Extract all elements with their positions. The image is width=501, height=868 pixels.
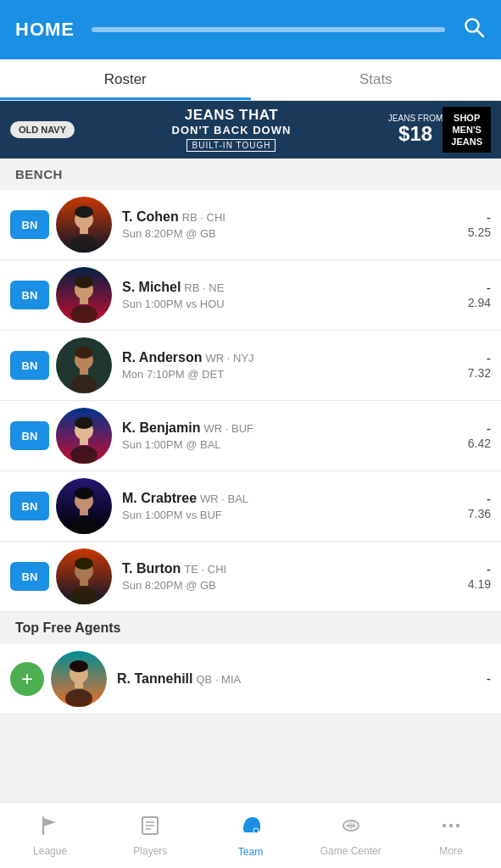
svg-point-13 xyxy=(70,376,97,393)
svg-line-1 xyxy=(477,30,484,36)
svg-rect-24 xyxy=(80,580,88,586)
football-icon xyxy=(340,815,362,842)
free-agents-list: + R. Tannehill QB · MIA - xyxy=(0,644,501,715)
svg-point-15 xyxy=(75,417,93,429)
svg-point-11 xyxy=(75,347,93,359)
free-agent-row[interactable]: + R. Tannehill QB · MIA - xyxy=(0,644,501,715)
nav-more[interactable]: More xyxy=(401,803,501,868)
player-score-dash: - xyxy=(457,210,491,225)
player-game: Sun 8:20PM @ GB xyxy=(122,579,457,592)
bottom-nav: League Players Team xyxy=(0,802,501,868)
bn-badge: BN xyxy=(10,351,49,380)
player-pos-team: QB · MIA xyxy=(196,673,241,686)
player-pos-team: WR · BUF xyxy=(203,422,253,435)
player-game: Sun 1:00PM vs BUF xyxy=(122,509,457,521)
svg-rect-28 xyxy=(75,682,83,688)
ad-price: JEANS FROM $18 xyxy=(388,114,443,145)
player-score-dash: - xyxy=(457,281,491,296)
player-score-dash: - xyxy=(457,671,491,687)
flag-icon xyxy=(39,815,61,842)
player-avatar xyxy=(51,651,107,707)
svg-point-19 xyxy=(75,487,93,499)
player-name: R. Tannehill xyxy=(117,671,192,687)
svg-point-27 xyxy=(70,660,88,672)
nav-game-center[interactable]: Game Center xyxy=(301,803,401,868)
header-bar xyxy=(92,27,445,32)
nav-gamecenter-label: Game Center xyxy=(320,845,381,857)
header-title: HOME xyxy=(15,19,75,41)
bn-badge: BN xyxy=(10,421,49,450)
search-icon[interactable] xyxy=(462,15,486,45)
player-score-pts: 4.19 xyxy=(457,577,491,591)
bn-badge: BN xyxy=(10,492,49,520)
bench-player-row[interactable]: BN K. Benjamin WR · BUF Sun 1:00PM @ BAL… xyxy=(0,401,501,471)
bench-player-row[interactable]: BN S. Michel RB · NE Sun 1:00PM vs HOU -… xyxy=(0,260,501,331)
ad-banner[interactable]: OLD NAVY JEANS THAT DON'T BACK DOWN BUIL… xyxy=(0,101,501,159)
ad-cta[interactable]: SHOPMEN'SJEANS xyxy=(443,107,491,153)
free-agents-header: Top Free Agents xyxy=(0,612,501,644)
player-avatar xyxy=(56,478,112,534)
bench-header: BENCH xyxy=(0,159,501,190)
player-score-pts: 5.25 xyxy=(457,225,491,239)
svg-rect-20 xyxy=(80,509,88,515)
svg-point-25 xyxy=(70,587,97,604)
ad-logo: OLD NAVY xyxy=(10,121,75,138)
ad-text: JEANS THAT DON'T BACK DOWN BUILT-IN TOUG… xyxy=(75,108,388,152)
player-avatar xyxy=(56,197,112,253)
player-name: M. Crabtree xyxy=(122,491,197,506)
player-pos-team: TE · CHI xyxy=(184,563,226,576)
nav-players-label: Players xyxy=(133,845,167,857)
player-score-dash: - xyxy=(457,492,491,507)
bench-player-row[interactable]: BN R. Anderson WR · NYJ Mon 7:10PM @ DET… xyxy=(0,331,501,401)
svg-point-29 xyxy=(65,689,92,707)
player-game: Sun 1:00PM @ BAL xyxy=(122,438,457,451)
player-avatar xyxy=(56,548,112,604)
tabs: Roster Stats xyxy=(0,59,501,101)
svg-point-5 xyxy=(70,235,97,253)
player-pos-team: WR · BAL xyxy=(200,492,248,505)
player-score-dash: - xyxy=(457,421,491,437)
bench-player-row[interactable]: BN T. Cohen RB · CHI Sun 8:20PM @ GB - 5… xyxy=(0,190,501,260)
nav-more-label: More xyxy=(439,845,462,857)
tab-stats[interactable]: Stats xyxy=(251,59,502,100)
player-name: T. Cohen xyxy=(122,209,179,225)
player-pos-team: WR · NYJ xyxy=(206,352,254,364)
player-score-dash: - xyxy=(457,351,491,366)
players-icon xyxy=(139,815,161,842)
svg-rect-4 xyxy=(80,228,88,234)
player-game: Sun 1:00PM vs HOU xyxy=(122,298,457,310)
bench-player-row[interactable]: BN T. Burton TE · CHI Sun 8:20PM @ GB - … xyxy=(0,542,501,612)
header: HOME xyxy=(0,0,501,59)
player-name: T. Burton xyxy=(122,561,181,576)
player-name: R. Anderson xyxy=(122,350,203,365)
svg-rect-8 xyxy=(80,298,88,304)
player-score-pts: 7.36 xyxy=(457,507,491,520)
svg-point-9 xyxy=(70,305,97,323)
svg-point-41 xyxy=(443,823,446,826)
svg-point-21 xyxy=(70,516,97,534)
player-name: K. Benjamin xyxy=(122,420,200,436)
player-game: Mon 7:10PM @ DET xyxy=(122,368,457,381)
bench-player-row[interactable]: BN M. Crabtree WR · BAL Sun 1:00PM vs BU… xyxy=(0,471,501,542)
nav-league[interactable]: League xyxy=(0,803,100,868)
svg-point-17 xyxy=(70,446,97,464)
tab-roster[interactable]: Roster xyxy=(0,59,251,100)
nav-league-label: League xyxy=(33,845,67,857)
helmet-icon xyxy=(239,814,263,843)
player-score-dash: - xyxy=(457,562,491,577)
svg-point-7 xyxy=(75,276,93,288)
player-game: Sun 8:20PM @ GB xyxy=(122,227,457,240)
nav-players[interactable]: Players xyxy=(100,803,200,868)
svg-point-35 xyxy=(253,828,259,833)
svg-rect-16 xyxy=(80,439,88,445)
add-player-button[interactable]: + xyxy=(10,662,44,696)
svg-point-42 xyxy=(449,823,453,826)
player-avatar xyxy=(56,267,112,323)
nav-team[interactable]: Team xyxy=(200,803,300,868)
player-pos-team: RB · NE xyxy=(184,281,224,294)
main-content: OLD NAVY JEANS THAT DON'T BACK DOWN BUIL… xyxy=(0,101,501,781)
dots-icon xyxy=(440,815,462,842)
player-score-pts: 6.42 xyxy=(457,437,491,450)
nav-team-label: Team xyxy=(238,846,263,858)
player-score-pts: 2.94 xyxy=(457,296,491,309)
